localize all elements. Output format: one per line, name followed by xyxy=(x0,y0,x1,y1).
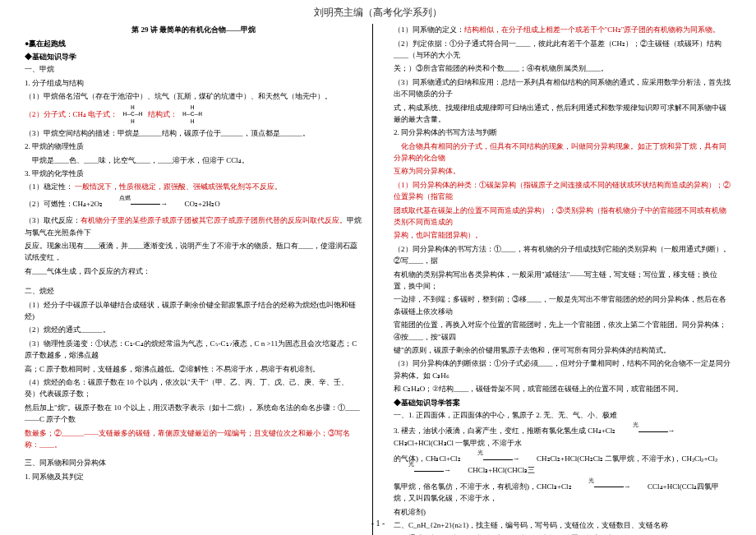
a3: 的气体)，CH₃Cl+Cl₂ 光→ CH₂Cl₂+HCl(CH₂Cl₂ 二氯甲烷… xyxy=(394,450,731,477)
l7a: （1）稳定性： xyxy=(25,182,73,191)
a3c: CHCl₃+HCl(CHCl₃三 xyxy=(468,466,535,474)
structural-formula-icon: H H—C—H H xyxy=(182,104,202,126)
a2b: CH₃Cl+HCl(CH₃Cl 一氯甲烷，不溶于水 xyxy=(394,439,522,447)
r1b: 结构相似，在分子组成上相差一个或若干个"CH₂"原子团的有机物称为同系物。 xyxy=(464,25,721,34)
heading-alkane: 二、烷烃 xyxy=(25,285,362,297)
a3a: 的气体)，CH₃Cl+Cl₂ xyxy=(394,454,461,463)
r9: （1）同分异构体的种类：①碳架异构（指碳原子之间连接成不同的链状或环状结构而造成… xyxy=(394,179,731,203)
line-sub-reaction: （3）取代反应：有机物分子里的某些原子或原子团被其它原子或原子团所代替的反应叫取… xyxy=(25,214,362,238)
left-column: 第 29 讲 最简单的有机化合物——甲烷 ●赢在起跑线 ◆基础知识导学 一、甲烷… xyxy=(25,24,373,535)
r13: 有机物的类别异构写出各类异构体，一般采用"减链法"——写主链，写支链；写位置，移… xyxy=(394,269,731,293)
a4: 氯甲烷，俗名氯仿，不溶于水，有机溶剂)，CHCl₃+Cl₂ 光→ CCl₄+HC… xyxy=(394,478,731,505)
r-def: （1）同系物的定义：结构相似，在分子组成上相差一个或若干个"CH₂"原子团的有机… xyxy=(394,24,731,35)
lesson-title: 第 29 讲 最简单的有机化合物——甲烷 xyxy=(25,24,362,35)
r2: （2）判定依据：①分子通式符合同一____，彼此此有若干个基差（CH₂）；②主碳… xyxy=(394,38,731,62)
line-phys-trend2: 高；C 原子数相同时，支链越多，熔沸点越低。②溶解性：不易溶于水，易溶于有机溶剂… xyxy=(25,363,362,375)
line-naming3: 数最多；②______——支链最多的碳链，靠侧原支键最近的一端编号；且支键位次之… xyxy=(25,427,362,451)
r14: 一边排，不到端；多碳时，整到前；③移____，一般是先写出不带官能团的烃的同分异… xyxy=(394,293,731,317)
line-naming: （4）烷烃的命名：碳原子数在 10 个以内，依次以"天干"（甲、乙、丙、丁、戊、… xyxy=(25,376,362,400)
r5: 式，构成系统、找规律组成规律即可归纳出通式，然后利用通式和数学规律知识即可求解不… xyxy=(394,102,731,126)
heading-methane: 一、甲烷 xyxy=(25,63,362,75)
r3: 关；）③所含官能团的种类和个数____；④有机物所属类别____。 xyxy=(394,62,731,74)
l8b: CO₂+2H₂O xyxy=(185,200,220,208)
line-phenomena: 反应。现象出现有____液滴，并____逐渐变浅，说明产生了不溶于水的物质。瓶口… xyxy=(25,240,362,264)
arrow-icon: 光→ xyxy=(618,425,690,436)
r12: （2）同分异构体的书写方法：①____，将有机物的分子组成找到它能的类别异构（一… xyxy=(394,243,731,267)
line-phys-desc: 甲烷是____色、____味，比空气____，____溶于水，但溶于 CCl₄。 xyxy=(25,155,362,166)
r16: 键"的原则，碳原子剩余的价键用氢原子去饱和，便可写所有同分异构体的结构简式。 xyxy=(394,344,731,356)
r7: 化合物具有相同的分子式，但具有不同结构的现象，叫做同分异构现象。如正丁烷和异丁烷… xyxy=(394,141,731,164)
a5: 有机溶剂) xyxy=(394,506,731,518)
r15: 官能团的位置，再换入对应个位置的官能团时，先上一个官能团，依次上第二个官能团。同… xyxy=(394,319,731,343)
r4: （3）同系物通式的归纳和应用：总结一系列具有相似结构的同系物的通式，应采用数学分… xyxy=(394,76,731,100)
line-phys-trend: （3）物理性质递变：①状态：C₁-C₄的烷烃常温为气态，C₅-C₁₇液态，C n… xyxy=(25,338,362,362)
r1a: （1）同系物的定义： xyxy=(394,25,464,34)
l17a: 然后加上"烷"。碳原子数在 10 个以上，用汉语数字表示（如十二烷）。系统命名法… xyxy=(25,404,360,423)
l3c: 电子式： xyxy=(86,110,118,118)
a2a: 3. 褪去，油状小液滴，白雾产生，变红，推断有氯化氢生成 CH₄+Cl₂ xyxy=(394,427,615,435)
r8: 互称为同分异构体。 xyxy=(394,165,731,177)
line-isomer1: 1. 同系物及其判定 xyxy=(25,471,362,482)
electron-formula-icon: H H—C—H H xyxy=(123,104,143,126)
a2: 3. 褪去，油状小液滴，白雾产生，变红，推断有氯化氢生成 CH₄+Cl₂ 光→ … xyxy=(394,422,731,449)
l3a: （2）分子式： xyxy=(25,110,73,118)
line-chem: 3. 甲烷的化学性质 xyxy=(25,168,362,179)
r17: （3）同分异构体的判断依据：①分子式必须____，但对分子量相同时，结构不同的化… xyxy=(394,357,731,381)
a1: 一、1. 正四面体，正四面体的中心，氢原子 2. 无、无、气、小、极难 xyxy=(394,409,731,421)
arrow-icon: 点燃→ xyxy=(104,198,182,210)
section-winline: ●赢在起跑线 xyxy=(25,38,362,49)
heading-isomer: 三、同系物和同分异构体 xyxy=(25,457,362,468)
r6: 2. 同分异构体的书写方法与判断 xyxy=(394,127,731,138)
section-answers: ◆基础知识导学答案 xyxy=(394,397,731,408)
line-phys: 2. 甲烷的物理性质 xyxy=(25,141,362,152)
line-combust: （2）可燃性：CH₄+2O₂ 点燃→ CO₂+2H₂O xyxy=(25,195,362,213)
r10: 团或取代基在碳架上的位置不同而造成的异构）；③类别异构（指有机物分子中的官能团不… xyxy=(394,205,731,228)
l9b: 有机物分子里的某些原子或原子团被其它原子或原子团所代替的反应叫取代反应。 xyxy=(81,216,347,224)
r11: 异构，也叫官能团异构）。 xyxy=(394,229,731,241)
l8a: （2）可燃性：CH₄+2O₂ xyxy=(25,200,103,208)
line-structure: 1. 分子组成与结构 xyxy=(25,77,362,89)
page-footer: - 1 - xyxy=(0,517,756,530)
line-alkane-def: （1）烃分子中碳原子以单键结合成链状，碳原子剩余价键全部跟氢原子结合的烃称为烷烃… xyxy=(25,299,362,323)
r18: 和 C₂H₄O；②结构____，碳链骨架不同，或官能团在碳链上的位置不同，或官能… xyxy=(394,383,731,394)
line-names: （1）甲烷俗名沼气（存在于池沼中）、坑气（瓦斯，煤矿的坑道中）、和天然气（地壳中… xyxy=(25,90,362,102)
page-header: 刘明亮主编（高考化学系列） xyxy=(0,0,756,24)
two-column-layout: 第 29 讲 最简单的有机化合物——甲烷 ●赢在起跑线 ◆基础知识导学 一、甲烷… xyxy=(0,24,756,535)
arrow-icon: 光→ xyxy=(394,464,466,476)
line-naming2: 然后加上"烷"。碳原子数在 10 个以上，用汉语数字表示（如十二烷）。系统命名法… xyxy=(25,402,362,426)
right-column: （1）同系物的定义：结构相似，在分子组成上相差一个或若干个"CH₂"原子团的有机… xyxy=(394,24,731,535)
line-equations: 有____气体生成，四个反应的方程式： xyxy=(25,265,362,277)
a4a: 氯甲烷，俗名氯仿，不溶于水，有机溶剂)，CHCl₃+Cl₂ xyxy=(394,482,572,491)
line-spatial: （3）甲烷空间结构的描述：甲烷是______结构，碳原子位于______，顶点都… xyxy=(25,127,362,139)
l3d: 结构式： xyxy=(148,110,177,118)
section-basics: ◆基础知识导学 xyxy=(25,51,362,62)
a3b: CH₂Cl₂+HCl(CH₂Cl₂ 二氯甲烷，不溶于水)，CH₂Cl₂+Cl₂ xyxy=(537,454,717,463)
line-alkane-formula: （2）烷烃的通式______。 xyxy=(25,324,362,335)
line-formula: （2）分子式：CH₄ 电子式： H H—C—H H 结构式： H H—C—H H xyxy=(25,104,362,126)
arrow-icon: 光→ xyxy=(463,453,535,464)
line-stability: （1）稳定性： 一般情况下，性质很稳定，跟强酸、强碱或强氧化剂等不反应。 xyxy=(25,181,362,192)
l3b: CH₄ xyxy=(73,110,87,118)
arrow-icon: 光→ xyxy=(574,481,646,492)
l7b: 一般情况下，性质很稳定，跟强酸、强碱或强氧化剂等不反应。 xyxy=(75,182,282,191)
l9a: （3）取代反应： xyxy=(25,216,81,224)
